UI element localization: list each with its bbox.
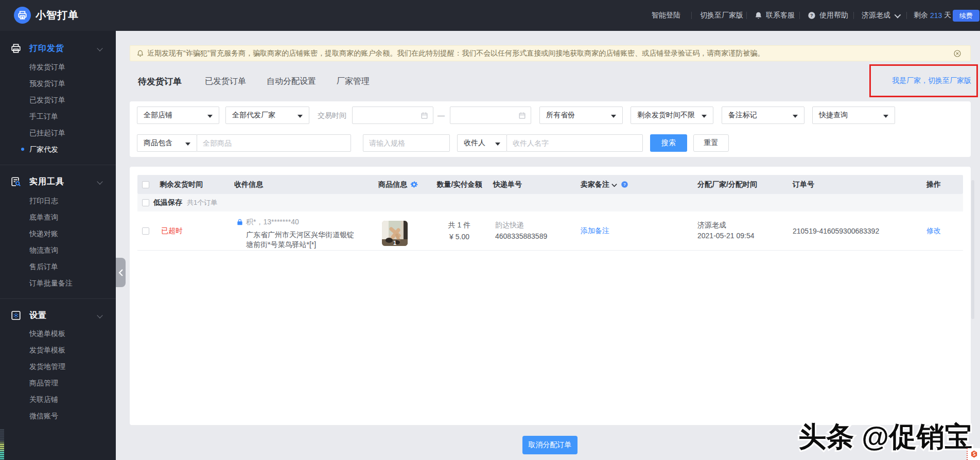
- question-circle-icon: ?: [808, 11, 816, 20]
- sidebar-item-label: 待发货订单: [29, 63, 65, 71]
- product-thumbnail[interactable]: 1: [382, 221, 408, 246]
- sidebar-item-wechat-account[interactable]: 微信账号: [29, 408, 58, 424]
- row-courier: 韵达快递: [495, 219, 576, 231]
- group-label: 低温保存: [153, 198, 182, 207]
- chevron-down-icon: [97, 312, 102, 318]
- trade-time-end-input[interactable]: [450, 107, 531, 124]
- scrollbar-thumb[interactable]: [971, 180, 974, 319]
- calendar-icon: [421, 112, 428, 121]
- gear-icon[interactable]: [410, 181, 418, 188]
- tab-auto-assign-settings[interactable]: 自动分配设置: [267, 67, 316, 95]
- reset-button[interactable]: 重置: [693, 134, 729, 152]
- receiver-select-value: 收件人: [464, 138, 485, 148]
- smart-login-link[interactable]: 智能登陆: [652, 0, 680, 31]
- sidebar-item-logistics-query[interactable]: 物流查询: [29, 242, 58, 258]
- factory-switch-link[interactable]: 我是厂家，切换至厂家版: [892, 76, 971, 85]
- row-assign-time: 2021-05-21 09:54: [697, 231, 787, 241]
- sidebar-section-print-ship[interactable]: 打印发货: [0, 40, 116, 57]
- help-label: 使用帮助: [819, 11, 848, 20]
- shop-select[interactable]: 全部店铺: [137, 107, 219, 124]
- trade-time-start-input[interactable]: [352, 107, 433, 124]
- sidebar-item-label: 关联店铺: [29, 395, 58, 403]
- row-status: 已超时: [154, 211, 229, 251]
- receiver-name-input[interactable]: [506, 134, 643, 152]
- col-product-info-label: 商品信息: [378, 180, 407, 189]
- row-remark-cell: 添加备注: [576, 211, 690, 251]
- select-all-checkbox[interactable]: [142, 181, 149, 188]
- search-button[interactable]: 搜索: [650, 134, 687, 152]
- row-checkbox[interactable]: [142, 227, 149, 235]
- sidebar-item-aftersale-orders[interactable]: 售后订单: [29, 258, 58, 275]
- sidebar-item-pending-orders[interactable]: 待发货订单: [29, 59, 65, 75]
- row-tracking-cell: 韵达快递 4608335883589: [489, 211, 576, 251]
- sidebar-section-tools[interactable]: 实用工具: [0, 173, 116, 190]
- tab-bar: 待发货订单 已发货订单 自动分配设置 厂家管理: [116, 67, 980, 95]
- group-checkbox[interactable]: [142, 199, 149, 206]
- sidebar-item-batch-remark[interactable]: 订单批量备注: [29, 275, 73, 291]
- notice-close-icon[interactable]: [953, 49, 961, 58]
- remark-mark-select[interactable]: 备注标记: [722, 107, 804, 124]
- sidebar-item-waybill-template[interactable]: 快递单模板: [29, 325, 65, 342]
- row-checkbox-cell: [142, 211, 154, 251]
- remain-time-select[interactable]: 剩余发货时间不限: [631, 107, 713, 124]
- sidebar-item-shipfrom-manage[interactable]: 发货地管理: [29, 358, 65, 375]
- settings-icon: [10, 310, 22, 321]
- sidebar-item-label: 售后订单: [29, 262, 58, 271]
- sidebar-item-held-orders[interactable]: 已挂起订单: [29, 125, 65, 141]
- sidebar-item-shipped-orders[interactable]: 已发货订单: [29, 92, 65, 108]
- search-doc-icon: [10, 176, 22, 187]
- caret-down-icon: [611, 115, 616, 118]
- sidebar-item-preship-orders[interactable]: 预发货订单: [29, 75, 65, 92]
- sidebar-item-manual-orders[interactable]: 手工订单: [29, 108, 58, 125]
- sidebar-item-print-log[interactable]: 打印日志: [29, 192, 58, 209]
- product-input[interactable]: [197, 134, 351, 152]
- modify-link[interactable]: 修改: [926, 226, 941, 236]
- agent-select[interactable]: 全部代发厂家: [225, 107, 309, 124]
- caret-down-icon: [702, 115, 707, 118]
- receiver-select[interactable]: 收件人: [457, 134, 507, 152]
- product-contains-select[interactable]: 商品包含: [137, 134, 197, 152]
- col-order-no: 订单号: [787, 175, 921, 194]
- sidebar-item-shiplist-template[interactable]: 发货单模板: [29, 342, 65, 358]
- user-menu[interactable]: 济源老成: [862, 0, 899, 31]
- spec-input[interactable]: [363, 134, 450, 152]
- col-action: 操作: [921, 175, 963, 194]
- tab-factory-manage[interactable]: 厂家管理: [337, 67, 370, 95]
- contact-service-label: 联系客服: [766, 11, 795, 20]
- notice-text: 近期发现有“诈骗犯”冒充服务商，骗取商家的店铺账密，提取商家的账户余额。我们在此…: [147, 49, 764, 58]
- sidebar-item-receipt-query[interactable]: 底单查询: [29, 209, 58, 225]
- help-link[interactable]: ? 使用帮助: [808, 0, 848, 31]
- sidebar-item-label: 已挂起订单: [29, 129, 65, 137]
- trade-time-label: 交易时间: [318, 107, 346, 124]
- menu-separator: [746, 12, 747, 19]
- sidebar-item-label: 打印日志: [29, 197, 58, 205]
- sidebar-collapse-handle[interactable]: [116, 258, 126, 287]
- col-seller-remark-label: 卖家备注: [581, 180, 609, 189]
- product-qty-badge: 1: [393, 240, 396, 246]
- sidebar-item-factory-dropship[interactable]: 厂家代发: [29, 141, 58, 157]
- sidebar-item-linked-shops[interactable]: 关联店铺: [29, 391, 58, 408]
- chevron-down-icon: [895, 11, 901, 18]
- sidebar-item-label: 底单查询: [29, 213, 58, 221]
- bell-icon: [755, 11, 762, 20]
- province-select[interactable]: 所有省份: [539, 107, 623, 124]
- question-circle-icon[interactable]: ?: [621, 181, 628, 188]
- col-qty-amount: 数量/实付金额: [430, 175, 489, 194]
- contact-service-link[interactable]: 联系客服: [755, 0, 795, 31]
- group-count: 共1个订单: [187, 198, 217, 207]
- switch-factory-link[interactable]: 切换至厂家版: [700, 0, 743, 31]
- cancel-assign-button[interactable]: 取消分配订单: [522, 436, 577, 454]
- tab-pending-orders[interactable]: 待发货订单: [138, 67, 182, 95]
- switch-factory-label: 切换至厂家版: [700, 11, 743, 20]
- tab-shipped-orders[interactable]: 已发货订单: [205, 67, 246, 95]
- menu-separator: [853, 12, 854, 19]
- quick-query-select[interactable]: 快捷查询: [812, 107, 895, 124]
- header-checkbox-cell: [142, 175, 154, 194]
- sidebar-item-express-reconcile[interactable]: 快递对账: [29, 225, 58, 242]
- chevron-down-icon[interactable]: [611, 183, 617, 187]
- renew-button[interactable]: 续费: [953, 10, 979, 22]
- row-receiver-masked: 积*，13*******40: [246, 218, 299, 227]
- add-remark-link[interactable]: 添加备注: [581, 226, 609, 236]
- sidebar-section-settings[interactable]: 设置: [0, 307, 116, 324]
- sidebar-item-product-manage[interactable]: 商品管理: [29, 375, 58, 391]
